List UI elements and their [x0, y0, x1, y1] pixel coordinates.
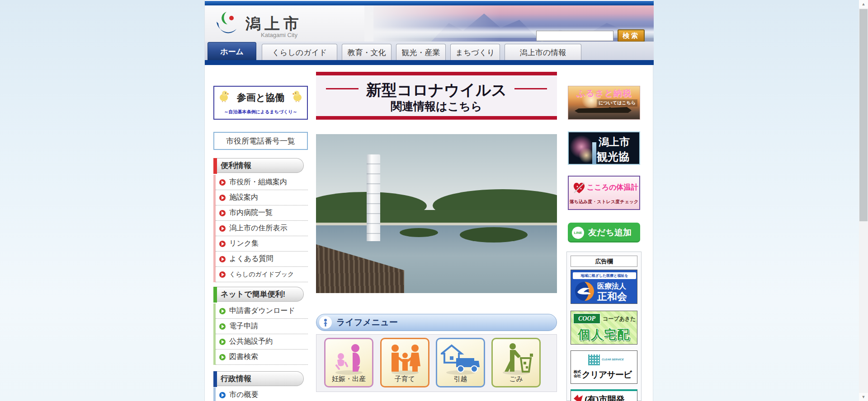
kanko-kyokai-banner[interactable]: 潟上市 観光協会 — [568, 131, 640, 165]
clear-service-logo-text: CLEAR SERVICE — [602, 358, 624, 361]
section-header-gyosei-joho: 行政情報 — [213, 371, 304, 386]
ichi-title: (有)市開発 — [585, 394, 625, 401]
furusato-subtitle: についてはこちら — [597, 99, 637, 107]
coop-logo: COOP — [573, 313, 600, 324]
family-icon — [386, 343, 424, 375]
scrollbar-thumb[interactable] — [859, 9, 868, 221]
city-logo-link[interactable]: 潟上市 Katagami City — [215, 8, 364, 40]
city-logo-icon — [215, 11, 240, 37]
page: 潟上市 Katagami City 検索 ホーム くらしのガイド 教育・文化 観… — [0, 0, 868, 401]
seiwakai-line2: 正和会 — [597, 290, 627, 303]
life-menu-header: ライフメニュー — [316, 314, 557, 331]
fireworks-icon — [579, 148, 594, 163]
kanko-line1: 潟上市 — [599, 135, 630, 149]
life-button-child-rearing[interactable]: 子育て — [380, 338, 429, 387]
sidebar-item-yokuaru-shitsumon[interactable]: よくある質問 — [216, 252, 308, 267]
sidebar-item-shiyakusho-soshiki[interactable]: 市役所・組織案内 — [216, 175, 308, 190]
covid-info-banner[interactable]: 新型コロナウイルス 関連情報はこちら — [316, 72, 557, 120]
ad-banner-coop[interactable]: COOP コープあきた 個人宅配 — [571, 311, 637, 345]
search-input[interactable] — [536, 31, 613, 41]
menu-group-benri: 市役所・組織案内 施設案内 市内病院一覧 潟上市の住所表示 リンク集 よくある質… — [213, 175, 308, 282]
ad-section-label: 広告欄 — [571, 256, 637, 267]
tab-city-information[interactable]: 潟上市の情報 — [505, 44, 581, 61]
clear-title: クリアサービス — [582, 369, 637, 384]
light-beam — [592, 142, 596, 165]
sidebar-item-label: 電子申請 — [229, 322, 258, 331]
menu-group-gyosei: 市の概要 — [213, 387, 308, 401]
covid-subtitle: 関連情報はこちら — [316, 99, 557, 114]
sidebar-item-shinai-byoin[interactable]: 市内病院一覧 — [216, 205, 308, 221]
city-name-en: Katagami City — [261, 32, 297, 38]
life-button-label: 子育て — [382, 375, 428, 383]
tab-living-guide[interactable]: くらしのガイド — [262, 44, 337, 61]
arrow-bullet-icon — [219, 210, 226, 216]
kanko-line2: 観光協会 — [597, 149, 639, 165]
tab-home[interactable]: ホーム — [208, 42, 256, 61]
ad-banner-ichi-kaihatsu[interactable]: (有)市開発 — [571, 389, 637, 401]
tab-tourism-industry[interactable]: 観光・産業 — [396, 44, 446, 61]
line-logo-icon: LINE — [572, 227, 584, 239]
photo-tower — [367, 154, 380, 241]
sidebar-item-kurashi-guidebook[interactable]: くらしのガイドブック — [216, 267, 308, 282]
sidebar-item-denshi-shinsei[interactable]: 電子申請 — [216, 319, 308, 334]
sidebar-item-label: 公共施設予約 — [229, 337, 273, 346]
tab-town-planning[interactable]: まちづくり — [450, 44, 500, 61]
life-button-moving[interactable]: 引越 — [436, 338, 485, 387]
scrollbar-down-button[interactable]: ▼ — [859, 393, 868, 401]
kokoro-title: こころの体温計 — [587, 183, 638, 192]
sankaku-subtitle: ～自治基本条例によるまちづくり～ — [214, 109, 307, 115]
arrow-bullet-icon — [219, 308, 226, 314]
sidebar-item-shisetsu-annai[interactable]: 施設案内 — [216, 190, 308, 205]
arrow-bullet-icon — [219, 241, 226, 247]
arrow-bullet-icon — [219, 323, 226, 330]
sidebar-item-label: 図書検索 — [229, 352, 258, 362]
photo-treeline — [316, 210, 557, 224]
life-button-label: 引越 — [437, 375, 484, 383]
arrow-bullet-icon — [219, 195, 226, 201]
line-friend-add-button[interactable]: LINE 友だち追加 — [568, 223, 640, 242]
kokoro-taionkei-banner[interactable]: こころの体温計 落ち込み度・ストレス度チェック — [568, 176, 640, 210]
arrow-bullet-icon — [219, 339, 226, 345]
sidebar-item-label: 市役所・組織案内 — [229, 177, 287, 187]
sidebar-item-jusho-hyoji[interactable]: 潟上市の住所表示 — [216, 221, 308, 236]
header: 潟上市 Katagami City 検索 — [205, 5, 654, 42]
boat-silhouette — [575, 107, 632, 113]
ad-banner-clear-service[interactable]: CLEAR SERVICE 株式会社 クリアサービス — [571, 350, 637, 384]
mother-baby-icon — [330, 343, 368, 375]
sidebar-item-shinseisho-download[interactable]: 申請書ダウンロード — [216, 303, 308, 319]
life-button-label: ごみ — [493, 375, 539, 383]
photo-island — [460, 227, 528, 242]
top-accent-bar — [205, 1, 654, 5]
sidebar-item-tosho-kensaku[interactable]: 図書検索 — [216, 350, 308, 365]
main-photo-tenno-greenland[interactable]: 天王グリーンランド — [316, 134, 557, 293]
tab-education-culture[interactable]: 教育・文化 — [342, 44, 392, 61]
sidebar-item-shi-no-gaiyo[interactable]: 市の概要 — [216, 387, 308, 401]
coop-title: 個人宅配 — [571, 326, 637, 343]
sidebar-item-label: 市の概要 — [229, 390, 258, 400]
arrow-bullet-icon — [219, 256, 226, 262]
sidebar-item-link-shu[interactable]: リンク集 — [216, 236, 308, 252]
photo-island — [400, 228, 438, 237]
section-header-benri-joho: 便利情報 — [213, 158, 304, 173]
sankaku-title: 参画と協働 — [214, 91, 307, 104]
trash-disposal-icon — [497, 343, 535, 375]
search-button[interactable]: 検索 — [618, 29, 645, 42]
ad-banner-seiwakai[interactable]: 地域に根ざした医療と福祉を 医療法人 正和会 — [571, 270, 637, 304]
nav-underline-bar — [205, 60, 654, 65]
ichi-logo-icon — [574, 395, 583, 401]
life-button-pregnancy-birth[interactable]: 妊娠・出産 — [324, 338, 373, 387]
life-button-garbage[interactable]: ごみ — [491, 338, 541, 387]
sankaku-kyodo-banner[interactable]: 参画と協働 ～自治基本条例によるまちづくり～ — [213, 86, 308, 120]
city-hall-phone-list-button[interactable]: 市役所電話番号一覧 — [213, 132, 308, 150]
heart-thermometer-icon — [572, 181, 586, 195]
line-button-label: 友だち追加 — [588, 227, 632, 238]
arrow-bullet-icon — [219, 271, 226, 278]
furusato-nozei-banner[interactable]: ふるさと納税 についてはこちら — [568, 86, 640, 120]
sidebar-item-kokyo-shisetsu-yoyaku[interactable]: 公共施設予約 — [216, 334, 308, 350]
seiwakai-tagline: 地域に根ざした医療と福祉を — [573, 272, 636, 279]
sidebar-item-label: くらしのガイドブック — [229, 270, 294, 279]
person-icon — [319, 316, 332, 329]
scrollbar-up-button[interactable]: ▲ — [859, 0, 868, 8]
life-menu-title: ライフメニュー — [336, 317, 398, 328]
sidebar-item-label: 潟上市の住所表示 — [229, 224, 287, 233]
